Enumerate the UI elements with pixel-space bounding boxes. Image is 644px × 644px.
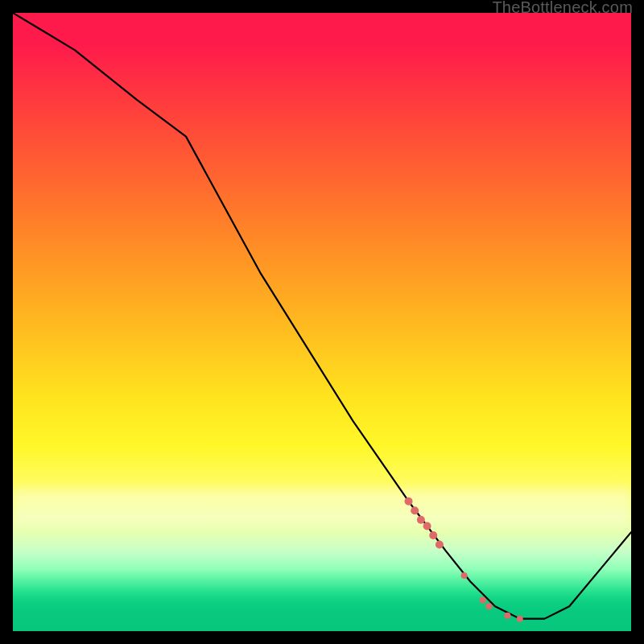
chart-frame: TheBottleneck.com	[0, 0, 644, 644]
marker-point	[461, 572, 468, 579]
curve-line	[13, 13, 631, 619]
marker-point	[411, 506, 419, 514]
marker-point	[485, 603, 492, 609]
marker-point	[480, 597, 486, 604]
plot-area	[13, 13, 631, 631]
marker-point	[405, 497, 413, 506]
marker-cluster	[405, 497, 523, 622]
attribution-watermark: TheBottleneck.com	[492, 0, 633, 17]
chart-overlay	[13, 13, 631, 631]
marker-point	[423, 522, 431, 530]
marker-point	[504, 613, 510, 619]
marker-point	[436, 540, 444, 548]
marker-point	[417, 516, 425, 524]
marker-point	[517, 616, 523, 622]
marker-point	[429, 531, 437, 539]
